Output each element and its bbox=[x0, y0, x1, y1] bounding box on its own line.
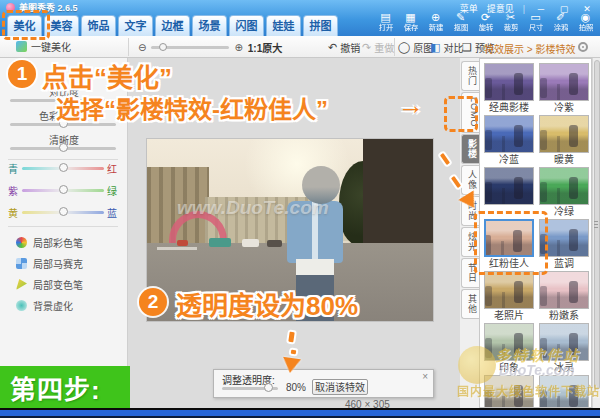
effect-classic-studio[interactable]: 经典影楼 bbox=[483, 63, 535, 115]
undo-button[interactable]: ↶撤销 bbox=[328, 40, 360, 55]
effect-cold-purple[interactable]: 冷紫 bbox=[538, 63, 590, 115]
local-mosaic-item[interactable]: 局部马赛克 bbox=[16, 256, 83, 271]
clarity-slider[interactable] bbox=[10, 147, 116, 150]
category-other[interactable]: 其他 bbox=[461, 289, 479, 319]
cyan-red-handle[interactable] bbox=[59, 163, 68, 172]
yellow-blue-handle[interactable] bbox=[59, 207, 68, 216]
transparency-slider[interactable] bbox=[222, 387, 278, 390]
effect-thumbnail[interactable] bbox=[484, 375, 534, 408]
redo-button[interactable]: ↷重做 bbox=[362, 40, 394, 55]
resize-button[interactable]: ▭尺寸 bbox=[523, 11, 548, 33]
save-button[interactable]: ▦保存 bbox=[398, 11, 423, 33]
rotate-button[interactable]: ⟳旋转 bbox=[473, 11, 498, 33]
effect-thumbnail[interactable] bbox=[539, 271, 589, 309]
transparency-dialog: 调整透明度: × 80% 取消该特效 bbox=[213, 369, 434, 398]
tab-wawa[interactable]: 娃娃 bbox=[266, 15, 301, 36]
clarity-slider-handle[interactable] bbox=[59, 143, 68, 152]
effect-thumbnail[interactable] bbox=[484, 167, 534, 205]
effect-warm-yellow[interactable]: 暖黄 bbox=[538, 115, 590, 167]
settings-gear-icon[interactable] bbox=[578, 42, 588, 52]
category-studio[interactable]: 影楼 bbox=[461, 134, 479, 164]
effect-thumbnail[interactable] bbox=[539, 375, 589, 408]
effect-partial[interactable] bbox=[538, 375, 590, 408]
dialog-close-icon[interactable]: × bbox=[422, 371, 428, 382]
open-button[interactable]: ▤打开 bbox=[373, 11, 398, 33]
crop-button[interactable]: ✂裁剪 bbox=[498, 11, 523, 33]
transparency-slider-handle[interactable] bbox=[264, 383, 273, 392]
divider bbox=[8, 159, 118, 160]
zoom-in-icon[interactable]: ⊕ bbox=[234, 42, 242, 53]
highlight-box-pink-beauty-effect bbox=[474, 211, 548, 275]
effect-cold-blue[interactable]: 冷蓝 bbox=[483, 115, 535, 167]
photo-car bbox=[209, 238, 231, 247]
effect-pink-tender[interactable]: 粉嫩系 bbox=[538, 271, 590, 323]
effect-thumbnail[interactable] bbox=[484, 115, 534, 153]
step2-instruction: 透明度设为80% bbox=[176, 285, 358, 322]
zoom-slider-handle[interactable] bbox=[159, 43, 167, 51]
secondary-toolbar: 一键美化 ⊖ ⊕ 1:1原大 ↶撤销 ↷重做 ◯原图 ◧对比 ❏预览 特效展示 … bbox=[0, 36, 600, 58]
cutout-icon: ✎ bbox=[456, 11, 465, 23]
tab-wenzi[interactable]: 文字 bbox=[118, 15, 153, 36]
effect-ice-spirit[interactable]: 冰灵 bbox=[538, 323, 590, 375]
photo-car bbox=[177, 240, 188, 246]
purple-green-handle[interactable] bbox=[59, 185, 68, 194]
tab-shantu[interactable]: 闪图 bbox=[229, 15, 264, 36]
effect-impression[interactable]: 印象 bbox=[483, 323, 535, 375]
zoom-1to1-button[interactable]: 1:1原大 bbox=[248, 40, 282, 55]
local-tint-pen-item[interactable]: 局部变色笔 bbox=[16, 277, 83, 292]
open-icon: ▤ bbox=[380, 11, 390, 23]
photo-crosswalk bbox=[157, 247, 197, 250]
photo-car bbox=[267, 240, 282, 247]
purple-green-slider[interactable] bbox=[22, 189, 104, 192]
new-icon: ⊕ bbox=[431, 11, 440, 23]
effect-thumbnail[interactable] bbox=[539, 63, 589, 101]
one-key-beautify-button[interactable]: 一键美化 bbox=[16, 39, 71, 54]
effect-partial[interactable] bbox=[483, 375, 535, 408]
rotate-icon: ⟳ bbox=[481, 11, 490, 23]
dashed-arrow-segment bbox=[288, 347, 298, 356]
doodle-button[interactable]: ✐涂鸦 bbox=[548, 11, 573, 33]
one-key-beautify-icon bbox=[16, 41, 27, 52]
category-portrait[interactable]: 人像 bbox=[461, 165, 479, 195]
blue-label: 蓝 bbox=[107, 205, 121, 220]
effect-thumbnail[interactable] bbox=[484, 323, 534, 361]
main-tabs: 美化 美容 饰品 文字 边框 场景 闪图 娃娃 拼图 bbox=[7, 15, 338, 36]
tab-changjing[interactable]: 场景 bbox=[192, 15, 227, 36]
photo-watermark: www.DuoTe.com bbox=[177, 197, 407, 219]
category-hot[interactable]: 热门 bbox=[461, 61, 479, 91]
cancel-effect-button[interactable]: 取消该特效 bbox=[312, 379, 368, 395]
zoom-out-icon[interactable]: ⊖ bbox=[138, 42, 146, 53]
save-icon: ▦ bbox=[405, 11, 415, 23]
doodle-icon: ✐ bbox=[556, 11, 565, 23]
effects-scrollbar[interactable] bbox=[592, 58, 600, 408]
transparency-value: 80% bbox=[286, 382, 306, 393]
tab-pintu[interactable]: 拼图 bbox=[303, 15, 338, 36]
compare-button[interactable]: ◧对比 bbox=[430, 40, 463, 55]
camera-button[interactable]: ◉拍照 bbox=[573, 11, 598, 33]
new-button[interactable]: ⊕新建 bbox=[423, 11, 448, 33]
effect-old-photo[interactable]: 老照片 bbox=[483, 271, 535, 323]
step1-instruction-line2: 选择“影楼特效-红粉佳人” bbox=[56, 90, 328, 125]
yellow-blue-slider[interactable] bbox=[22, 211, 104, 214]
resize-icon: ▭ bbox=[530, 11, 540, 23]
background-blur-item[interactable]: 背景虚化 bbox=[16, 298, 73, 313]
tutorial-step-banner: 第四步: bbox=[0, 366, 130, 408]
photo-car bbox=[242, 239, 259, 247]
cutout-button[interactable]: ✎抠图 bbox=[448, 11, 473, 33]
original-button[interactable]: ◯原图 bbox=[398, 40, 433, 55]
highlight-box-studio-category bbox=[444, 96, 478, 132]
effect-thumbnail[interactable] bbox=[539, 115, 589, 153]
yellow-label: 黄 bbox=[8, 205, 22, 220]
toolbar: ▤打开 ▦保存 ⊕新建 ✎抠图 ⟳旋转 ✂裁剪 ▭尺寸 ✐涂鸦 ◉拍照 bbox=[373, 11, 598, 33]
effect-thumbnail[interactable] bbox=[484, 63, 534, 101]
tab-biankuang[interactable]: 边框 bbox=[155, 15, 190, 36]
cyan-red-slider[interactable] bbox=[22, 167, 104, 170]
effect-thumbnail[interactable] bbox=[539, 167, 589, 205]
local-color-pen-item[interactable]: 局部彩色笔 bbox=[16, 235, 83, 250]
step2-number-badge: 2 bbox=[139, 288, 167, 316]
effect-thumbnail[interactable] bbox=[484, 271, 534, 309]
effect-thumbnail[interactable] bbox=[539, 323, 589, 361]
zoom-slider[interactable] bbox=[151, 46, 229, 49]
window-bottom-edge bbox=[0, 408, 600, 418]
tab-shipin[interactable]: 饰品 bbox=[81, 15, 116, 36]
